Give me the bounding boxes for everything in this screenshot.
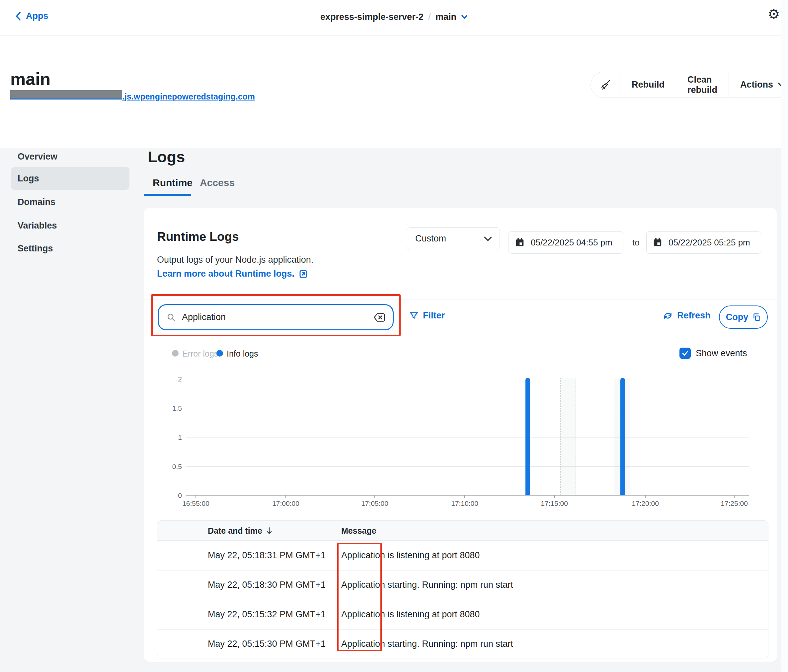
sidebar-item-domains[interactable]: Domains [11,192,129,212]
table-row[interactable]: May 22, 05:18:31 PM GMT+1 Application is… [157,540,768,570]
environment-title: main [10,69,51,89]
show-events-checkbox[interactable] [680,348,691,359]
filter-label: Filter [423,311,445,321]
page-title: Logs [148,147,185,166]
row-datetime: May 22, 05:15:32 PM GMT+1 [208,600,326,629]
date-from-value: 05/22/2025 04:55 pm [531,238,612,248]
datetime-header-label: Date and time [208,526,262,536]
sidebar-item-settings[interactable]: Settings [11,238,129,259]
app-name: express-simple-server-2 [320,12,424,22]
sidebar-item-logs[interactable]: Logs [11,167,129,190]
show-events-label[interactable]: Show events [696,348,747,358]
filter-button[interactable]: Filter [409,311,445,321]
refresh-button[interactable]: Refresh [663,311,711,321]
panel-title: Runtime Logs [157,230,239,244]
settings-gear-icon[interactable]: ⚙ [767,7,780,21]
info-logs-dot[interactable] [216,350,223,357]
event-window-shade [561,378,575,495]
purge-cache-button[interactable] [591,72,620,98]
url-visible-text[interactable]: .js.wpenginepoweredstaging.com [122,92,255,101]
x-tick-label: 17:00:00 [266,499,306,507]
x-tick-label: 17:15:00 [534,499,574,507]
chevron-down-icon[interactable] [461,14,468,19]
column-header-datetime[interactable]: Date and time [208,521,273,540]
message-header-label: Message [341,526,377,536]
info-logs-bar[interactable] [620,378,625,495]
tabs-divider [144,196,777,196]
table-row[interactable]: May 22, 05:15:32 PM GMT+1 Application is… [157,600,768,629]
sidebar-item-overview[interactable]: Overview [11,146,129,167]
check-icon [681,349,689,357]
funnel-icon [409,311,419,320]
actions-label: Actions [740,79,773,90]
x-tick-mark [286,496,286,498]
external-link-icon [299,269,308,279]
search-input[interactable] [182,312,373,322]
copy-button[interactable]: Copy [719,306,768,329]
rebuild-button[interactable]: Rebuild [620,72,676,98]
date-to-value: 05/22/2025 05:25 pm [669,238,750,248]
time-range-select[interactable]: Custom [407,227,500,250]
redacted-url-segment [10,90,122,100]
x-tick-mark [375,496,375,498]
table-row[interactable]: May 22, 05:18:30 PM GMT+1 Application st… [157,570,768,600]
error-logs-dot[interactable] [172,350,179,357]
scrollbar-track[interactable] [781,0,788,672]
toolbar-top-divider [144,300,777,300]
sort-descending-icon [265,527,273,535]
date-from-field[interactable]: 05/22/2025 04:55 pm [508,231,623,254]
broom-icon [599,79,612,91]
breadcrumb-separator: / [428,11,431,22]
learn-more-link[interactable]: Learn more about Runtime logs. [157,269,308,279]
breadcrumb: express-simple-server-2 / main [0,11,788,22]
range-select-value: Custom [415,233,446,244]
x-tick-mark [734,496,734,498]
y-tick-label: 1 [159,434,182,442]
refresh-icon [663,311,673,321]
copy-icon [752,313,761,322]
learn-more-label: Learn more about Runtime logs. [157,269,294,279]
error-logs-label[interactable]: Error logs [182,349,218,358]
environment-url[interactable]: .js.wpenginepoweredstaging.com [10,90,255,101]
log-search-field[interactable] [158,304,394,330]
gridline [186,408,749,408]
tab-access[interactable]: Access [200,177,235,189]
actions-dropdown-button[interactable]: Actions [729,72,788,98]
row-message: Application starting. Running: npm run s… [341,629,513,658]
x-tick-mark [464,496,465,498]
y-tick-label: 0.5 [159,463,182,471]
column-header-message[interactable]: Message [341,521,377,540]
event-marker-line [630,378,630,495]
date-to-field[interactable]: 05/22/2025 05:25 pm [646,231,761,254]
x-tick-label: 17:05:00 [355,499,395,507]
row-message: Application starting. Running: npm run s… [341,570,513,600]
date-range-to-label: to [632,238,640,248]
x-tick-label: 17:10:00 [445,499,485,507]
runtime-logs-table: Date and time Message May 22, 05:18:31 P… [157,520,769,658]
y-tick-label: 0 [159,491,182,499]
event-marker-line [560,378,561,495]
info-logs-bar[interactable] [526,378,530,495]
table-row[interactable]: May 22, 05:15:30 PM GMT+1 Application st… [157,629,768,658]
environment-name[interactable]: main [435,12,456,22]
search-icon [167,313,176,322]
x-axis-line [186,495,749,496]
active-tab-underline [144,194,191,196]
event-marker-line [614,378,614,495]
gridline [186,466,749,467]
info-logs-label[interactable]: Info logs [227,349,258,358]
row-datetime: May 22, 05:18:30 PM GMT+1 [208,570,326,600]
top-nav: Apps express-simple-server-2 / main ⚙ [0,0,788,35]
y-tick-label: 2 [159,375,182,383]
sidebar-item-variables[interactable]: Variables [11,215,129,236]
tab-runtime[interactable]: Runtime [153,177,192,189]
environment-actions-group: Rebuild Clean rebuild Actions [591,71,788,98]
panel-description: Output logs of your Node.js application. [157,255,313,265]
x-tick-mark [195,496,196,498]
row-datetime: May 22, 05:15:30 PM GMT+1 [208,629,326,658]
gridline [186,437,749,437]
clean-rebuild-button[interactable]: Clean rebuild [676,72,729,98]
clear-search-icon[interactable] [373,312,385,322]
refresh-label: Refresh [677,311,711,321]
copy-label: Copy [726,312,748,322]
